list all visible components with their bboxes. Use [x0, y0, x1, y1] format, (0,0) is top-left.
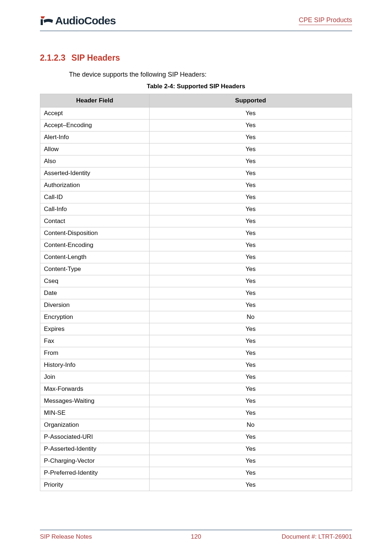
cell-header-field: Encryption — [40, 311, 150, 323]
cell-header-field: Priority — [40, 479, 150, 491]
table-row: History-InfoYes — [40, 359, 352, 371]
cell-header-field: Call-ID — [40, 191, 150, 203]
cell-header-field: Also — [40, 155, 150, 167]
table-row: Accept–EncodingYes — [40, 119, 352, 131]
cell-supported: Yes — [149, 383, 352, 395]
cell-supported: Yes — [149, 467, 352, 479]
table-caption: Table 2-4: Supported SIP Headers — [40, 83, 352, 90]
table-row: OrganizationNo — [40, 419, 352, 431]
cell-header-field: Diversion — [40, 299, 150, 311]
cell-supported: Yes — [149, 347, 352, 359]
cell-header-field: MIN-SE — [40, 407, 150, 419]
cell-header-field: Date — [40, 287, 150, 299]
cell-header-field: Messages-Waiting — [40, 395, 150, 407]
table-row: AuthorizationYes — [40, 179, 352, 191]
col-supported: Supported — [149, 94, 352, 108]
page-header: AudioCodes CPE SIP Products — [40, 15, 352, 31]
section-heading: 2.1.2.3 SIP Headers — [40, 53, 352, 63]
cell-supported: Yes — [149, 335, 352, 347]
cell-supported: Yes — [149, 239, 352, 251]
cell-header-field: Content-Encoding — [40, 239, 150, 251]
cell-header-field: Call-Info — [40, 203, 150, 215]
brand-logo: AudioCodes — [40, 15, 116, 27]
section-number: 2.1.2.3 — [40, 53, 65, 63]
table-row: AcceptYes — [40, 108, 352, 119]
cell-supported: Yes — [149, 479, 352, 491]
cell-header-field: Authorization — [40, 179, 150, 191]
cell-supported: Yes — [149, 203, 352, 215]
table-row: Content-EncodingYes — [40, 239, 352, 251]
table-row: Content-LengthYes — [40, 251, 352, 263]
cell-header-field: Content-Type — [40, 263, 150, 275]
cell-supported: Yes — [149, 395, 352, 407]
brand-name: AudioCodes — [55, 15, 116, 27]
table-row: Call-InfoYes — [40, 203, 352, 215]
cell-supported: Yes — [149, 119, 352, 131]
table-row: AlsoYes — [40, 155, 352, 167]
section-intro: The device supports the following SIP He… — [69, 71, 352, 78]
table-row: P-Charging-VectorYes — [40, 455, 352, 467]
table-row: MIN-SEYes — [40, 407, 352, 419]
table-row: Content-DispositionYes — [40, 227, 352, 239]
cell-supported: Yes — [149, 108, 352, 119]
footer-page-number: 120 — [144, 533, 248, 540]
table-row: Call-IDYes — [40, 191, 352, 203]
cell-supported: Yes — [149, 131, 352, 143]
cell-supported: Yes — [149, 191, 352, 203]
audiocodes-icon — [40, 15, 54, 27]
cell-supported: Yes — [149, 167, 352, 179]
cell-supported: Yes — [149, 179, 352, 191]
cell-header-field: History-Info — [40, 359, 150, 371]
header-product-label: CPE SIP Products — [299, 16, 352, 25]
table-row: ExpiresYes — [40, 323, 352, 335]
cell-header-field: Cseq — [40, 275, 150, 287]
section-title: SIP Headers — [72, 53, 120, 62]
sip-headers-table: Header Field Supported AcceptYesAccept–E… — [40, 94, 352, 491]
cell-supported: Yes — [149, 407, 352, 419]
cell-header-field: Fax — [40, 335, 150, 347]
cell-supported: Yes — [149, 275, 352, 287]
cell-header-field: Contact — [40, 215, 150, 227]
cell-header-field: Alert-Info — [40, 131, 150, 143]
cell-supported: No — [149, 419, 352, 431]
cell-header-field: Content-Disposition — [40, 227, 150, 239]
table-row: P-Preferred-IdentityYes — [40, 467, 352, 479]
cell-header-field: Asserted-Identity — [40, 167, 150, 179]
cell-header-field: Accept — [40, 108, 150, 119]
table-header-row: Header Field Supported — [40, 94, 352, 108]
cell-header-field: Organization — [40, 419, 150, 431]
cell-header-field: Accept–Encoding — [40, 119, 150, 131]
table-row: DiversionYes — [40, 299, 352, 311]
table-row: AllowYes — [40, 143, 352, 155]
cell-header-field: Allow — [40, 143, 150, 155]
cell-supported: Yes — [149, 227, 352, 239]
table-row: FromYes — [40, 347, 352, 359]
cell-supported: Yes — [149, 263, 352, 275]
table-row: EncryptionNo — [40, 311, 352, 323]
table-row: DateYes — [40, 287, 352, 299]
cell-header-field: Join — [40, 371, 150, 383]
table-row: Max-ForwardsYes — [40, 383, 352, 395]
page: AudioCodes CPE SIP Products 2.1.2.3 SIP … — [0, 0, 392, 555]
table-row: Alert-InfoYes — [40, 131, 352, 143]
table-row: Asserted-IdentityYes — [40, 167, 352, 179]
cell-supported: Yes — [149, 299, 352, 311]
cell-supported: Yes — [149, 371, 352, 383]
cell-supported: Yes — [149, 287, 352, 299]
cell-header-field: Content-Length — [40, 251, 150, 263]
cell-supported: No — [149, 311, 352, 323]
footer-right: Document #: LTRT-26901 — [248, 533, 352, 540]
table-row: P-Asserted-IdentityYes — [40, 443, 352, 455]
cell-header-field: From — [40, 347, 150, 359]
table-row: JoinYes — [40, 371, 352, 383]
table-row: FaxYes — [40, 335, 352, 347]
page-footer: SIP Release Notes 120 Document #: LTRT-2… — [40, 530, 352, 540]
table-row: P-Associated-URIYes — [40, 431, 352, 443]
cell-supported: Yes — [149, 443, 352, 455]
cell-header-field: Max-Forwards — [40, 383, 150, 395]
cell-supported: Yes — [149, 143, 352, 155]
cell-supported: Yes — [149, 323, 352, 335]
table-row: ContactYes — [40, 215, 352, 227]
cell-supported: Yes — [149, 155, 352, 167]
cell-supported: Yes — [149, 215, 352, 227]
